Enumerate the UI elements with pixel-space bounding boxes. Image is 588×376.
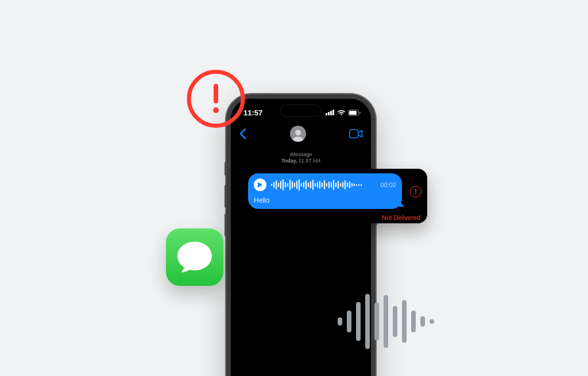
svg-rect-9 xyxy=(359,111,361,114)
play-button[interactable] xyxy=(254,179,266,191)
battery-icon xyxy=(348,110,361,116)
conversation-timestamp: iMessage Today, 11:57 AM xyxy=(231,152,371,165)
service-label: iMessage xyxy=(231,152,371,158)
messages-app-icon xyxy=(166,228,223,286)
audio-waveform xyxy=(271,179,376,191)
voice-message-overlay: 00:02 Hello ! Not Delivered xyxy=(242,169,427,223)
delivery-error-icon[interactable]: ! xyxy=(410,186,421,197)
decorative-waveform xyxy=(338,294,434,349)
svg-point-10 xyxy=(295,130,301,135)
svg-rect-11 xyxy=(350,130,358,138)
alert-icon xyxy=(185,68,247,130)
svg-point-2 xyxy=(213,107,219,113)
audio-duration: 00:02 xyxy=(380,181,396,188)
contact-avatar[interactable] xyxy=(290,126,306,142)
date-time: 11:57 AM xyxy=(299,158,320,164)
facetime-button[interactable] xyxy=(349,129,363,138)
voice-message-bubble[interactable]: 00:02 Hello xyxy=(248,173,402,209)
dynamic-island xyxy=(280,104,322,117)
date-prefix: Today, xyxy=(281,158,297,164)
cellular-icon xyxy=(326,110,335,115)
svg-rect-8 xyxy=(349,111,357,115)
play-icon xyxy=(257,182,263,188)
wifi-icon xyxy=(337,110,346,116)
back-button[interactable] xyxy=(239,128,246,139)
svg-rect-6 xyxy=(332,110,334,115)
svg-rect-3 xyxy=(326,113,327,115)
conversation-nav xyxy=(231,122,371,145)
svg-rect-5 xyxy=(330,111,332,115)
audio-transcript: Hello xyxy=(254,196,396,204)
svg-rect-1 xyxy=(214,84,218,103)
status-indicators xyxy=(326,110,361,116)
delivery-status: Not Delivered xyxy=(382,214,420,221)
svg-rect-4 xyxy=(328,112,330,115)
